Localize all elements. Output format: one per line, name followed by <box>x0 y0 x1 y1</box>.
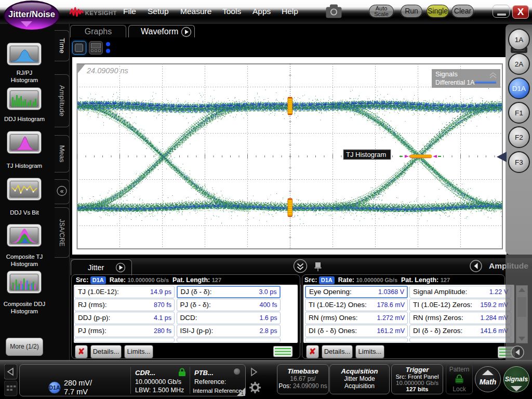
svg-text:KEYSIGHT: KEYSIGHT <box>85 10 117 16</box>
svg-text:Differential 1A: Differential 1A <box>435 79 474 86</box>
svg-text:24.09090 ns: 24.09090 ns <box>86 66 128 75</box>
svg-text:«: « <box>60 188 64 195</box>
svg-text:1: 1 <box>241 390 244 396</box>
svg-text:TJ Histogram: TJ Histogram <box>346 151 386 158</box>
svg-text:Signals: Signals <box>435 70 458 78</box>
